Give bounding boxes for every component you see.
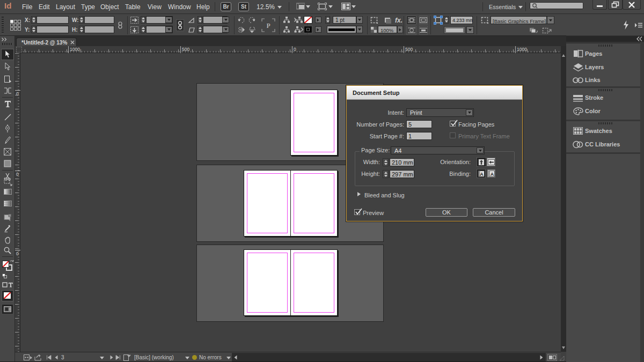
svg-text:A: A [491,172,494,177]
svg-text:A: A [480,172,484,177]
svg-text:P: P [266,21,270,29]
